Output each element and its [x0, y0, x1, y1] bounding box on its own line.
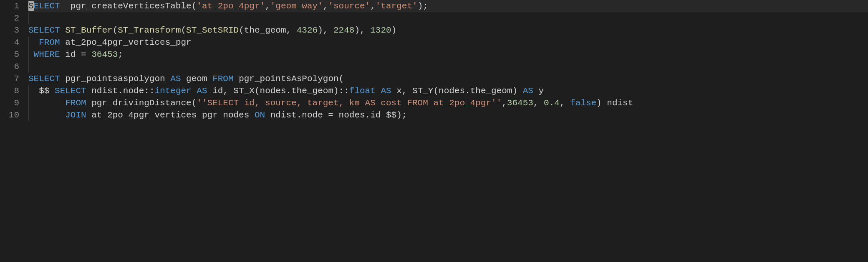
string-literal: ''SELECT id, source, target, km AS cost … — [197, 98, 502, 108]
code-content[interactable]: SELECT pgr_createVerticesTable('at_2po_4… — [28, 0, 868, 262]
operator: = — [328, 110, 333, 120]
code-text: ), — [354, 25, 370, 35]
type: integer — [154, 86, 191, 96]
code-text — [192, 86, 197, 96]
number: 0.4 — [544, 98, 560, 108]
code-text: ( — [181, 25, 187, 35]
string-literal: 'at_2po_4pgr' — [197, 1, 265, 11]
keyword: AS — [523, 86, 533, 96]
string-literal: 'target' — [376, 1, 418, 11]
code-text: pgr_createVerticesTable( — [60, 1, 197, 11]
code-text — [376, 86, 381, 96]
code-line[interactable]: SELECT pgr_createVerticesTable('at_2po_4… — [28, 0, 868, 12]
keyword: FROM — [65, 98, 86, 108]
code-text: x, ST_Y(nodes.the_geom) — [391, 86, 523, 96]
code-line[interactable]: SELECT ST_Buffer(ST_Transform(ST_SetSRID… — [28, 24, 868, 36]
code-text: ndist.node — [265, 110, 328, 120]
function: ST_SetSRID — [186, 25, 239, 35]
line-number: 4 — [0, 36, 19, 48]
cursor-selection: S — [28, 1, 34, 11]
indent-guide — [28, 85, 29, 97]
code-text: y — [533, 86, 544, 96]
indent-guide — [28, 36, 29, 48]
code-line[interactable]: JOIN at_2po_4pgr_vertices_pgr nodes ON n… — [28, 109, 868, 121]
line-number: 10 — [0, 109, 19, 121]
code-text: at_2po_4pgr_vertices_pgr nodes — [86, 110, 255, 120]
code-text — [28, 98, 65, 108]
code-text: , — [502, 98, 507, 108]
line-number: 3 — [0, 24, 19, 36]
indent-guide — [28, 109, 29, 121]
keyword: SELECT — [28, 74, 60, 84]
code-text: ; — [118, 50, 123, 59]
line-number: 6 — [0, 61, 19, 73]
number: 1320 — [370, 25, 391, 35]
code-text: ndist.node:: — [86, 86, 155, 96]
keyword: ON — [255, 110, 265, 120]
code-text — [28, 86, 39, 96]
number: 4326 — [297, 25, 318, 35]
code-text: ) ndist — [596, 98, 633, 108]
code-text: ); — [418, 1, 428, 11]
code-line[interactable]: WHERE id = 36453; — [28, 48, 868, 61]
code-line[interactable]: FROM pgr_drivingDistance(''SELECT id, so… — [28, 97, 868, 109]
keyword: AS — [381, 86, 391, 96]
code-text: pgr_pointsAsPolygon( — [234, 74, 344, 84]
line-number: 2 — [0, 12, 19, 24]
code-editor: 1 2 3 4 5 6 7 8 9 10 SELECT pgr_createVe… — [0, 0, 868, 262]
code-line[interactable] — [28, 12, 868, 24]
keyword: AS — [197, 86, 207, 96]
keyword: ELECT — [34, 1, 60, 11]
line-number: 9 — [0, 97, 19, 109]
code-text: geom — [181, 74, 213, 84]
code-text: id, ST_X(nodes.the_geom):: — [207, 86, 349, 96]
code-text: , — [323, 1, 328, 11]
keyword: FROM — [39, 38, 60, 47]
number: 36453 — [91, 50, 118, 59]
number: 36453 — [507, 98, 533, 108]
code-text: , — [370, 1, 376, 11]
code-text: ( — [113, 25, 118, 35]
code-text: $$ — [39, 86, 55, 96]
keyword: false — [570, 98, 596, 108]
code-text: ) — [391, 25, 397, 35]
code-line[interactable]: SELECT pgr_pointsaspolygon AS geom FROM … — [28, 73, 868, 85]
code-text — [28, 38, 39, 47]
code-text: at_2po_4pgr_vertices_pgr — [60, 38, 192, 47]
keyword: SELECT — [28, 25, 60, 35]
keyword: JOIN — [65, 110, 86, 120]
indent-guide — [28, 97, 29, 109]
code-text: nodes.id $$); — [333, 110, 407, 120]
line-number: 7 — [0, 73, 19, 85]
code-text — [86, 50, 92, 59]
operator: = — [81, 50, 86, 59]
indent-guide — [28, 12, 29, 24]
code-text — [28, 110, 65, 120]
code-text: , — [560, 98, 570, 108]
line-number-gutter: 1 2 3 4 5 6 7 8 9 10 — [0, 0, 28, 262]
code-text: , — [265, 1, 270, 11]
type: float — [349, 86, 376, 96]
number: 2248 — [333, 25, 354, 35]
code-text: , — [533, 98, 544, 108]
code-text: (the_geom, — [239, 25, 297, 35]
code-line[interactable]: $$ SELECT ndist.node::integer AS id, ST_… — [28, 85, 868, 97]
code-text: id — [60, 50, 81, 59]
line-number: 1 — [0, 0, 19, 12]
string-literal: 'source' — [328, 1, 370, 11]
code-text: pgr_pointsaspolygon — [60, 74, 171, 84]
code-line[interactable] — [28, 61, 868, 73]
keyword: WHERE — [34, 50, 60, 59]
string-literal: 'geom_way' — [270, 1, 323, 11]
code-text: pgr_drivingDistance( — [86, 98, 197, 108]
function: ST_Transform — [118, 25, 181, 35]
function: ST_Buffer — [60, 25, 113, 35]
keyword: FROM — [212, 74, 233, 84]
line-number: 8 — [0, 85, 19, 97]
indent-guide — [28, 61, 29, 73]
indent-guide — [28, 48, 29, 61]
line-number: 5 — [0, 48, 19, 61]
code-text: ), — [318, 25, 333, 35]
keyword: SELECT — [55, 86, 86, 96]
code-line[interactable]: FROM at_2po_4pgr_vertices_pgr — [28, 36, 868, 48]
